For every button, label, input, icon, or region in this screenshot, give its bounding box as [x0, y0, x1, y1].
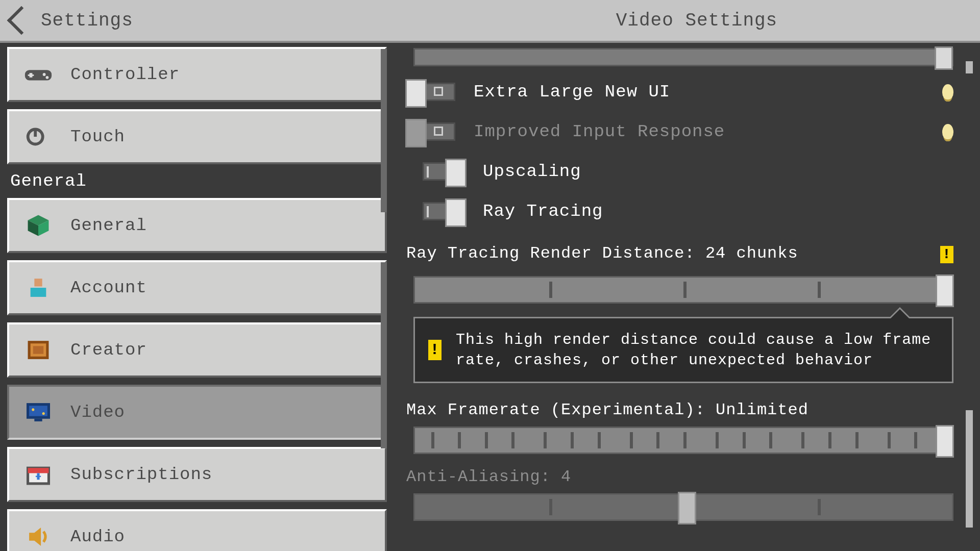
- pane-scrollbar[interactable]: [966, 410, 973, 528]
- warning-icon[interactable]: !: [940, 246, 953, 263]
- sidebar-item-general[interactable]: General: [7, 198, 387, 253]
- back-icon[interactable]: [7, 6, 36, 35]
- option-label: Ray Tracing Render Distance: 24 chunks: [406, 244, 798, 263]
- sidebar-item-label: Creator: [70, 340, 147, 360]
- slider-thumb: [678, 492, 696, 524]
- option-label: Upscaling: [483, 162, 581, 181]
- option-label: Max Framerate (Experimental): Unlimited: [406, 400, 953, 419]
- svg-rect-15: [34, 419, 42, 421]
- sidebar-item-touch[interactable]: Touch: [7, 109, 387, 164]
- option-extra-large-ui: Extra Large New UI: [406, 80, 953, 104]
- info-icon[interactable]: [942, 84, 953, 99]
- video-icon: [23, 400, 70, 424]
- slider-rt-distance[interactable]: [413, 276, 953, 304]
- toggle-extra-large-ui[interactable]: [406, 80, 455, 104]
- cube-icon: [23, 214, 70, 237]
- sidebar-item-video[interactable]: Video: [7, 385, 387, 440]
- svg-point-3: [43, 73, 46, 76]
- sidebar: Controller Touch General General Account: [0, 43, 393, 551]
- settings-pane: Extra Large New UI Improved Input Respon…: [393, 43, 980, 551]
- toggle-ray-tracing[interactable]: [415, 199, 464, 223]
- sidebar-item-label: Touch: [70, 127, 125, 146]
- sidebar-item-label: General: [70, 216, 147, 235]
- tooltip-pointer-icon: [889, 307, 911, 318]
- svg-rect-2: [28, 74, 34, 76]
- sidebar-item-creator[interactable]: Creator: [7, 322, 387, 378]
- option-label: Ray Tracing: [483, 202, 603, 221]
- option-label: Anti-Aliasing: 4: [406, 467, 953, 486]
- svg-rect-13: [33, 346, 43, 354]
- svg-marker-22: [29, 528, 41, 546]
- sidebar-item-subscriptions[interactable]: Subscriptions: [7, 447, 387, 502]
- svg-rect-21: [37, 473, 39, 480]
- option-improved-input: Improved Input Response: [406, 119, 953, 144]
- tooltip-text: This high render distance could cause a …: [456, 331, 931, 369]
- account-icon: [23, 276, 70, 299]
- slider-thumb[interactable]: [936, 274, 954, 307]
- slider-anti-aliasing: [413, 493, 953, 521]
- sidebar-item-label: Audio: [70, 527, 125, 546]
- subscriptions-icon: [23, 463, 70, 486]
- creator-icon: [23, 338, 70, 362]
- option-rt-distance-label-row: Ray Tracing Render Distance: 24 chunks !: [406, 239, 953, 270]
- sidebar-item-controller[interactable]: Controller: [7, 47, 387, 102]
- option-label: Extra Large New UI: [474, 82, 670, 102]
- slider-thumb[interactable]: [936, 425, 954, 458]
- sidebar-scrollbar[interactable]: [381, 262, 387, 448]
- top-bar: Settings Video Settings: [0, 0, 980, 43]
- svg-rect-14: [28, 405, 49, 418]
- option-ray-tracing: Ray Tracing: [415, 199, 953, 223]
- toggle-upscaling[interactable]: [415, 159, 464, 184]
- info-icon[interactable]: [942, 124, 953, 139]
- sidebar-item-label: Subscriptions: [70, 465, 212, 484]
- sidebar-item-label: Video: [70, 403, 125, 422]
- page-title: Video Settings: [0, 10, 980, 31]
- controller-icon: [23, 63, 70, 86]
- sidebar-section-general: General: [10, 171, 387, 191]
- svg-rect-11: [31, 288, 46, 297]
- option-label: Improved Input Response: [474, 122, 725, 141]
- svg-rect-19: [28, 468, 49, 473]
- sidebar-item-account[interactable]: Account: [7, 260, 387, 315]
- pane-scrollbar[interactable]: [966, 61, 973, 73]
- prev-option-slider[interactable]: [413, 48, 953, 66]
- touch-icon: [23, 125, 70, 148]
- option-upscaling: Upscaling: [415, 159, 953, 184]
- audio-icon: [23, 525, 70, 548]
- sidebar-item-audio[interactable]: Audio: [7, 509, 387, 551]
- sidebar-item-label: Account: [70, 278, 147, 297]
- warning-icon: !: [428, 340, 442, 360]
- sidebar-scrollbar[interactable]: [381, 49, 387, 212]
- sidebar-item-label: Controller: [70, 65, 180, 84]
- svg-rect-6: [34, 130, 37, 137]
- slider-max-framerate[interactable]: [413, 427, 953, 454]
- back-label[interactable]: Settings: [41, 10, 133, 31]
- svg-point-16: [32, 408, 34, 411]
- toggle-improved-input: [406, 119, 455, 144]
- slider-thumb[interactable]: [935, 46, 953, 70]
- svg-point-17: [42, 412, 45, 415]
- svg-point-4: [46, 76, 49, 79]
- svg-rect-10: [34, 279, 42, 286]
- rt-distance-warning-tooltip: ! This high render distance could cause …: [413, 317, 953, 383]
